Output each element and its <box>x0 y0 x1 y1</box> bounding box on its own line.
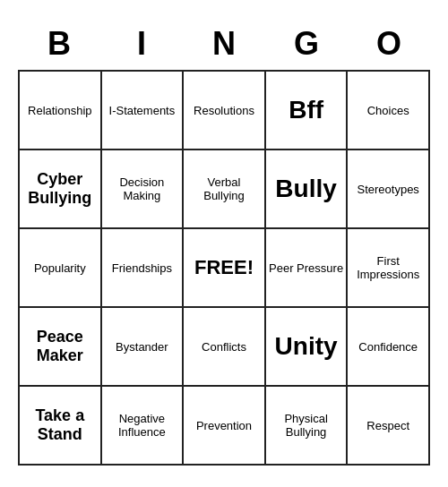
cell-r4-c1: Negative Influence <box>102 387 185 466</box>
cell-r1-c0: Cyber Bullying <box>20 150 102 229</box>
header-b: B <box>20 25 99 63</box>
cell-r3-c1: Bystander <box>102 308 185 387</box>
cell-r2-c4: First Impressions <box>348 229 430 308</box>
cell-r3-c4: Confidence <box>348 308 430 387</box>
header-o: O <box>349 25 428 63</box>
cell-r1-c4: Stereotypes <box>348 150 430 229</box>
cell-r3-c3: Unity <box>266 308 349 387</box>
cell-r0-c2: Resolutions <box>184 72 266 150</box>
cell-r1-c3: Bully <box>266 150 349 229</box>
header-i: I <box>102 25 181 63</box>
header-g: G <box>267 25 346 63</box>
header-n: N <box>185 25 263 63</box>
cell-r2-c0: Popularity <box>20 229 102 308</box>
cell-r2-c3: Peer Pressure <box>266 229 349 308</box>
cell-r2-c2: FREE! <box>184 229 266 308</box>
bingo-card: B I N G O RelationshipI-StatementsResolu… <box>18 21 430 466</box>
cell-r2-c1: Friendships <box>102 229 185 308</box>
cell-r4-c2: Prevention <box>184 387 266 466</box>
cell-r0-c0: Relationship <box>20 72 102 150</box>
cell-r1-c2: Verbal Bullying <box>184 150 266 229</box>
bingo-grid: RelationshipI-StatementsResolutionsBffCh… <box>18 70 430 466</box>
cell-r4-c3: Physical Bullying <box>266 387 349 466</box>
bingo-header: B I N G O <box>18 21 430 70</box>
cell-r3-c2: Conflicts <box>184 308 266 387</box>
cell-r0-c3: Bff <box>266 72 349 150</box>
cell-r3-c0: Peace Maker <box>20 308 102 387</box>
cell-r4-c0: Take a Stand <box>20 387 102 466</box>
cell-r0-c1: I-Statements <box>102 72 185 150</box>
cell-r4-c4: Respect <box>348 387 430 466</box>
cell-r1-c1: Decision Making <box>102 150 185 229</box>
cell-r0-c4: Choices <box>348 72 430 150</box>
